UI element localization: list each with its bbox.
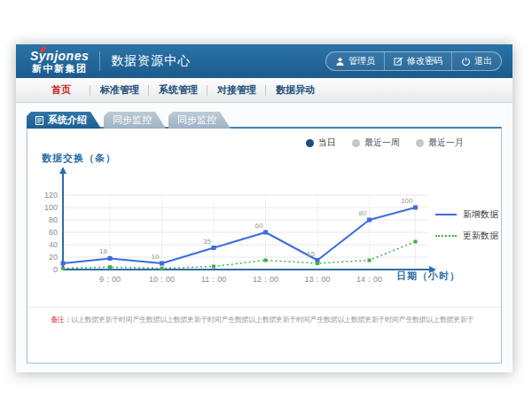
y-axis-arrow-icon — [59, 167, 66, 174]
data-point-label: 35 — [203, 238, 211, 246]
data-point — [368, 259, 372, 262]
y-tick-label: 100 — [44, 203, 58, 212]
user-menu-admin[interactable]: 管理员 — [326, 52, 384, 70]
data-point — [413, 206, 418, 210]
data-point-label: 80 — [359, 209, 367, 217]
page-background: Synjones 新中新集团 数据资源中心 管理员 修改密码 — [0, 0, 532, 399]
data-point — [108, 265, 112, 269]
user-menu-change-password[interactable]: 修改密码 — [384, 52, 451, 70]
tab-system-intro[interactable]: 系统介绍 — [27, 112, 101, 129]
x-tick-label: 10：00 — [149, 275, 175, 284]
user-icon — [335, 57, 345, 66]
data-point — [263, 231, 268, 235]
footer-note-label: 备注： — [51, 316, 71, 324]
data-point — [61, 267, 65, 270]
user-menu-logout[interactable]: 退出 — [451, 52, 501, 70]
x-tick-label: 11：00 — [201, 275, 226, 284]
footer-note-text: 以上数据更新于时间产生数据以上数据更新于时间产生数据以上数据更新于时间产生数据以… — [71, 316, 473, 324]
chart-y-axis-title: 数据交换（条） — [42, 152, 116, 165]
time-filter-last-month[interactable]: 最近一月 — [416, 137, 464, 149]
tab-sync-monitor-1[interactable]: 同步监控 — [104, 112, 166, 129]
nav-item-interface-management[interactable]: 对接管理 — [207, 78, 266, 102]
time-filter-last-week[interactable]: 最近一周 — [352, 137, 400, 149]
data-point — [316, 262, 319, 265]
legend-item-updated-data: 更新数据 — [435, 230, 498, 242]
nav-item-home[interactable]: 首页 — [32, 78, 90, 102]
data-point — [61, 262, 66, 266]
y-tick-label: 60 — [49, 228, 58, 237]
legend-dotted-line-icon — [435, 235, 457, 237]
y-tick-label: 20 — [49, 253, 58, 262]
x-tick-label: 14：00 — [356, 275, 382, 284]
app-header: Synjones 新中新集团 数据资源中心 管理员 修改密码 — [16, 44, 512, 78]
time-filter-today[interactable]: 当日 — [306, 137, 336, 149]
data-point — [212, 265, 215, 269]
time-filter-last-month-label: 最近一月 — [428, 137, 464, 149]
footer-note: 备注：以上数据更新于时间产生数据以上数据更新于时间产生数据以上数据更新于时间产生… — [51, 315, 487, 325]
x-tick-label: 9：00 — [99, 275, 121, 284]
user-menu-logout-label: 退出 — [474, 55, 492, 67]
data-point-label: 60 — [255, 222, 263, 230]
logo-secondary-text: 新中新集团 — [30, 64, 89, 74]
chart-legend: 新增数据 更新数据 — [435, 208, 498, 242]
data-point — [367, 218, 372, 223]
data-point — [160, 262, 164, 266]
x-tick-label: 13：00 — [304, 275, 330, 284]
tab-system-intro-label: 系统介绍 — [48, 113, 87, 127]
radio-icon — [352, 139, 360, 147]
nav-item-data-change[interactable]: 数据异动 — [266, 78, 325, 102]
y-tick-label: 0 — [53, 265, 58, 274]
chart-x-axis-title: 日期（小时） — [396, 270, 460, 283]
legend-solid-line-icon — [435, 214, 457, 215]
user-menu-admin-label: 管理员 — [348, 55, 375, 67]
y-tick-label: 80 — [49, 215, 58, 224]
data-point-label: 100 — [401, 197, 413, 205]
edit-icon — [394, 57, 403, 66]
data-point — [212, 246, 216, 250]
tab-sync-monitor-2[interactable]: 同步监控 — [168, 112, 231, 129]
legend-updated-data-label: 更新数据 — [463, 230, 498, 242]
user-menu: 管理员 修改密码 退出 — [325, 51, 502, 71]
panel-divider — [27, 307, 501, 308]
data-point — [264, 259, 268, 262]
tab-sync-monitor-1-label: 同步监控 — [113, 113, 152, 127]
document-icon — [35, 116, 43, 125]
tab-bar: 系统介绍 同步监控 同步监控 — [27, 112, 231, 129]
radio-selected-icon — [306, 139, 314, 147]
time-filter: 当日 最近一周 最近一月 — [306, 137, 464, 149]
line-chart: 0204060801001209：0010：0011：0012：0013：001… — [33, 166, 439, 290]
data-point-label: 18 — [99, 247, 107, 255]
nav-item-system-management[interactable]: 系统管理 — [149, 78, 207, 102]
logout-icon — [461, 57, 471, 66]
time-filter-last-week-label: 最近一周 — [364, 137, 400, 149]
legend-item-new-data: 新增数据 — [435, 208, 498, 221]
data-point-label: 15 — [307, 250, 315, 258]
y-tick-label: 40 — [49, 240, 58, 249]
app-window: Synjones 新中新集团 数据资源中心 管理员 修改密码 — [16, 44, 512, 372]
legend-new-data-label: 新增数据 — [463, 208, 498, 221]
data-point — [414, 240, 418, 244]
data-point — [160, 267, 164, 270]
chart-panel: 当日 最近一周 最近一月 数据交换（条） 0204060801001209：00… — [27, 127, 502, 364]
data-point — [108, 256, 113, 261]
time-filter-today-label: 当日 — [318, 137, 336, 149]
radio-icon — [416, 139, 424, 147]
header-divider — [99, 51, 100, 71]
main-nav: 首页 标准管理 系统管理 对接管理 数据异动 — [16, 78, 512, 103]
nav-item-standard-management[interactable]: 标准管理 — [90, 78, 149, 102]
data-point-label: 10 — [152, 253, 160, 261]
x-tick-label: 12：00 — [253, 275, 278, 284]
app-title: 数据资源中心 — [111, 53, 191, 69]
series-line — [63, 242, 416, 269]
user-menu-change-password-label: 修改密码 — [407, 55, 442, 67]
tab-sync-monitor-2-label: 同步监控 — [177, 113, 216, 127]
company-logo: Synjones 新中新集团 — [30, 50, 89, 74]
y-tick-label: 120 — [44, 191, 58, 200]
